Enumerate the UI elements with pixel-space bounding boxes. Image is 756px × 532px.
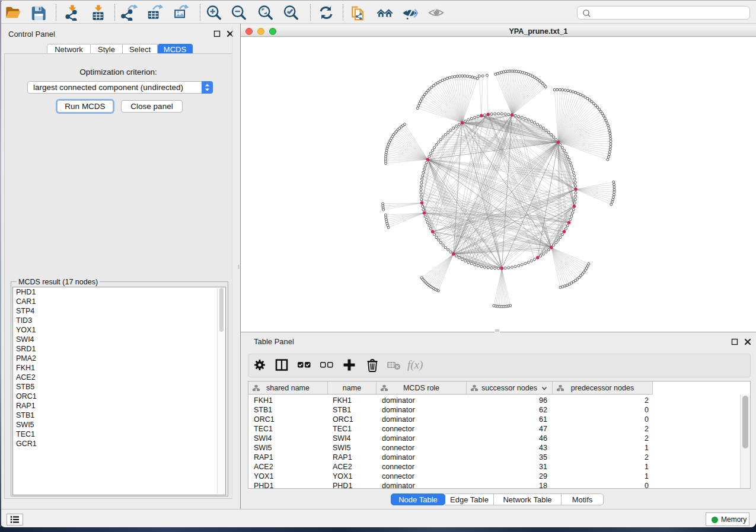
svg-text:f(x): f(x) bbox=[407, 358, 423, 371]
